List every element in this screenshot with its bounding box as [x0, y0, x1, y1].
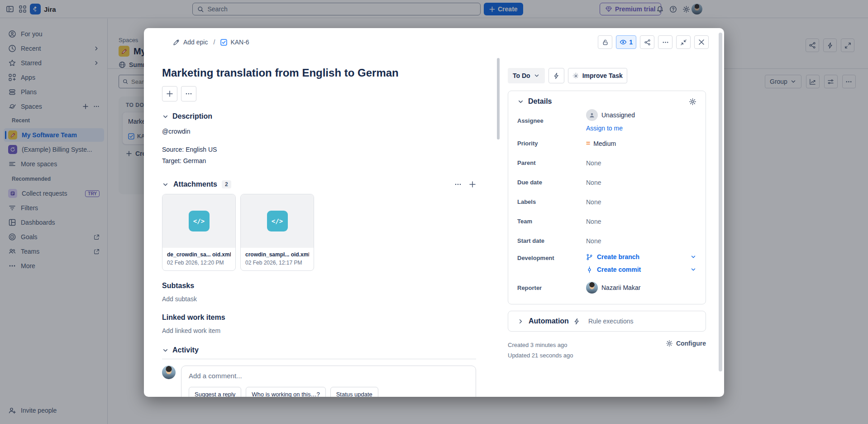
share-icon[interactable] — [640, 35, 654, 49]
add-subtask-button[interactable]: Add subtask — [162, 295, 476, 303]
due-date-value[interactable]: None — [586, 179, 601, 186]
chevron-down-icon[interactable] — [162, 181, 169, 188]
priority-name: Medium — [593, 140, 616, 147]
chevron-down-icon[interactable] — [690, 266, 696, 273]
field-label: Priority — [517, 140, 586, 147]
modal-side-column: To Do Improve Task Details — [502, 53, 724, 397]
content-scrollbar[interactable] — [497, 58, 500, 140]
chevron-down-icon — [162, 113, 169, 120]
gear-icon — [666, 340, 673, 347]
assignee-name: Unassigned — [601, 111, 635, 119]
priority-medium-icon: = — [586, 140, 590, 148]
close-icon[interactable] — [694, 35, 709, 49]
field-label: Start date — [517, 237, 586, 244]
field-reporter: Reporter Nazarii Makar — [517, 276, 696, 299]
modal-main-column: Marketing translation from English to Ge… — [144, 53, 502, 397]
content-more-icon[interactable] — [181, 86, 196, 101]
comment-area: Add a comment... Suggest a reply Who is … — [162, 366, 476, 397]
add-epic-button[interactable]: Add epic — [173, 39, 208, 46]
improve-task-button[interactable]: Improve Task — [568, 68, 627, 83]
issue-key-label: KAN-6 — [230, 39, 249, 46]
breadcrumb-separator: / — [213, 39, 215, 46]
target-line[interactable]: Target: German — [162, 155, 476, 167]
assign-to-me-link[interactable]: Assign to me — [586, 125, 635, 132]
parent-value[interactable]: None — [586, 159, 601, 167]
created-timestamp: Created 3 minutes ago — [508, 340, 573, 350]
attachment-date: 02 Feb 2026, 12:17 PM — [245, 260, 309, 266]
modal-scrollbar[interactable] — [719, 33, 722, 371]
field-due-date: Due date None — [517, 173, 696, 192]
modal-meta-footer: Created 3 minutes ago Updated 21 seconds… — [508, 340, 706, 361]
watchers-count: 1 — [629, 39, 633, 46]
comment-input[interactable]: Add a comment... Suggest a reply Who is … — [181, 366, 476, 397]
description-heading: Description — [172, 112, 212, 120]
priority-value[interactable]: = Medium — [586, 140, 616, 148]
unassigned-avatar-icon — [586, 109, 598, 121]
pencil-icon — [173, 39, 180, 46]
add-linked-item-button[interactable]: Add linked work item — [162, 327, 476, 334]
quick-reply-status-update[interactable]: Status update — [330, 387, 378, 397]
add-content-icon[interactable] — [162, 86, 177, 101]
field-assignee: Assignee Unassigned Assign to me — [517, 106, 696, 134]
create-commit-link[interactable]: Create commit — [586, 266, 696, 273]
attachment-card[interactable]: </> de_crowdin_sa... oid.xml 02 Feb 2026… — [162, 194, 236, 271]
automation-heading: Automation — [529, 317, 569, 325]
field-priority: Priority = Medium — [517, 134, 696, 153]
collapse-modal-icon[interactable] — [676, 35, 691, 49]
add-attachment-icon[interactable] — [469, 181, 476, 188]
mention-text[interactable]: @crowdin — [162, 128, 476, 135]
xml-file-icon: </> — [267, 211, 288, 231]
field-label: Assignee — [517, 117, 586, 124]
attachment-thumbnail: </> — [241, 194, 314, 248]
reporter-value[interactable]: Nazarii Makar — [586, 282, 640, 294]
watchers-button[interactable]: 1 — [616, 35, 636, 49]
comment-placeholder: Add a comment... — [189, 372, 468, 380]
assignee-value[interactable]: Unassigned — [586, 109, 635, 121]
chevron-down-icon — [517, 98, 524, 105]
create-branch-link[interactable]: Create branch — [586, 253, 696, 260]
actions-bolt-icon[interactable] — [548, 68, 564, 83]
team-value[interactable]: None — [586, 218, 601, 225]
chevron-down-icon — [534, 72, 540, 79]
quick-reply-who-working[interactable]: Who is working on this…? — [246, 387, 325, 397]
field-label: Team — [517, 218, 586, 225]
quick-reply-suggest[interactable]: Suggest a reply — [189, 387, 241, 397]
labels-value[interactable]: None — [586, 198, 601, 206]
field-labels: Labels None — [517, 192, 696, 212]
attachments-more-icon[interactable] — [454, 181, 462, 188]
content-toolbar — [162, 86, 476, 101]
activity-heading: Activity — [172, 346, 199, 354]
chevron-down-icon[interactable] — [690, 254, 696, 260]
details-panel-header[interactable]: Details — [517, 97, 696, 106]
field-label: Labels — [517, 198, 586, 205]
updated-timestamp: Updated 21 seconds ago — [508, 350, 573, 361]
attachment-card[interactable]: </> crowdin_sampl... oid.xml 02 Feb 2026… — [240, 194, 314, 271]
current-user-avatar — [162, 366, 176, 379]
issue-title[interactable]: Marketing translation from English to Ge… — [162, 66, 476, 80]
chevron-right-icon — [517, 318, 524, 325]
status-dropdown[interactable]: To Do — [508, 68, 545, 83]
linked-items-heading: Linked work items — [162, 313, 476, 322]
modal-more-icon[interactable] — [658, 35, 672, 49]
field-start-date: Start date None — [517, 231, 696, 251]
details-heading: Details — [528, 97, 552, 106]
unlock-icon[interactable] — [598, 35, 612, 49]
attachments-section-header: Attachments 2 — [162, 180, 476, 188]
field-label: Reporter — [517, 284, 586, 291]
details-gear-icon[interactable] — [689, 98, 696, 106]
start-date-value[interactable]: None — [586, 237, 601, 245]
subtasks-heading: Subtasks — [162, 282, 476, 290]
field-label: Due date — [517, 179, 586, 186]
eye-icon — [620, 39, 627, 46]
status-toolbar: To Do Improve Task — [508, 68, 712, 83]
automation-panel[interactable]: Automation Rule executions — [508, 311, 706, 332]
rule-executions-label: Rule executions — [588, 318, 634, 325]
bolt-icon — [573, 318, 580, 325]
configure-button[interactable]: Configure — [666, 340, 706, 361]
field-team: Team None — [517, 212, 696, 231]
description-section[interactable]: Description — [162, 112, 476, 120]
issue-key-link[interactable]: KAN-6 — [220, 39, 249, 46]
activity-section-header[interactable]: Activity — [162, 346, 476, 359]
source-line[interactable]: Source: English US — [162, 144, 476, 155]
commit-icon — [586, 266, 593, 273]
